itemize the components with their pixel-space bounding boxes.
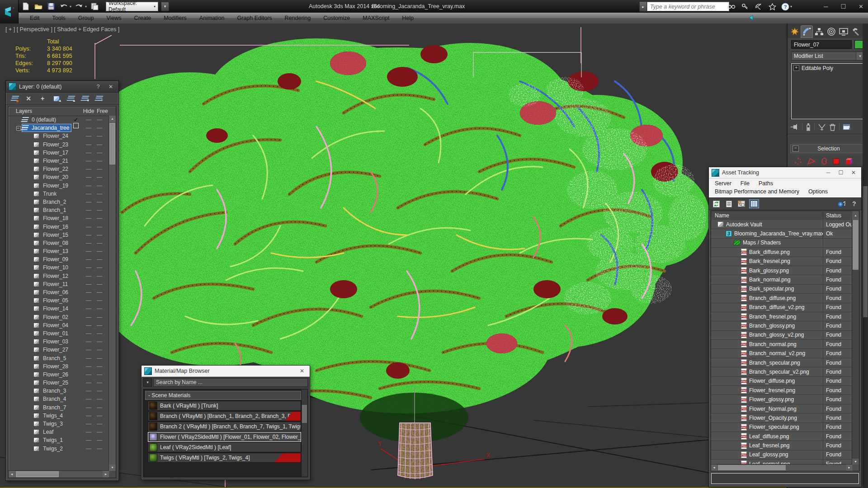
layer-row[interactable]: Flower_08 — — <box>9 239 109 247</box>
layer-row[interactable]: Jacaranda_tree — — <box>9 124 109 132</box>
asset-path-field[interactable] <box>711 473 859 484</box>
asset-row[interactable]: PNG3 Flower_diffuse.png Found <box>711 377 852 386</box>
asset-row[interactable]: PNG3 Branch_glossy_v2.png Found <box>711 331 852 340</box>
expand-toggle[interactable] <box>28 199 33 204</box>
asset-row[interactable]: PNG3 Bark_specular.png Found <box>711 285 852 294</box>
hide-toggle[interactable]: — <box>80 191 97 197</box>
hide-toggle[interactable]: — <box>80 256 97 263</box>
menu-item[interactable]: MAXScript <box>356 15 396 21</box>
hide-toggle[interactable]: — <box>80 166 97 172</box>
freeze-toggle[interactable]: — <box>97 273 109 279</box>
hide-toggle[interactable]: — <box>80 224 97 230</box>
asset-row[interactable]: PNG3 Autodesk Vault Logged Ou <box>711 220 852 229</box>
hide-toggle[interactable]: — <box>80 207 97 213</box>
freeze-toggle[interactable]: — <box>97 380 109 386</box>
tab-modify[interactable] <box>801 25 813 38</box>
expand-toggle[interactable] <box>28 356 33 361</box>
expand-toggle[interactable] <box>28 430 33 435</box>
close-icon[interactable]: ✕ <box>106 84 116 90</box>
asset-row[interactable]: PNG3 Maps / Shaders <box>711 239 852 248</box>
border-mode-icon[interactable] <box>820 157 828 166</box>
freeze-toggle[interactable]: — <box>97 437 109 443</box>
freeze-toggle[interactable]: — <box>97 289 109 296</box>
hide-toggle[interactable]: — <box>80 371 97 378</box>
expand-toggle[interactable] <box>28 208 33 213</box>
expand-toggle[interactable] <box>28 175 33 180</box>
asset-row[interactable]: PNG3 Branch_diffuse_v2.png Found <box>711 303 852 312</box>
remove-modifier-icon[interactable] <box>829 123 836 131</box>
freeze-toggle[interactable]: — <box>97 413 109 419</box>
layer-row[interactable]: Flower_03 — — <box>9 338 109 346</box>
freeze-toggle[interactable]: — <box>97 158 109 164</box>
column-layers[interactable]: Layers <box>9 108 80 114</box>
asset-row[interactable]: PNG3 Bark_glossy.png Found <box>711 266 852 275</box>
modifier-stack[interactable]: + Editable Poly <box>791 63 864 119</box>
hide-toggle[interactable]: — <box>80 305 97 312</box>
asset-row[interactable]: PNG3 Leaf_diffuse.png Found <box>711 432 852 441</box>
hide-toggle[interactable]: — <box>80 297 97 304</box>
menu-item[interactable]: Paths <box>755 179 777 188</box>
hide-toggle[interactable]: — <box>80 396 97 402</box>
expand-toggle[interactable] <box>28 339 33 344</box>
freeze-toggle[interactable]: — <box>97 404 109 411</box>
hide-toggle[interactable]: — <box>80 446 97 452</box>
layer-row[interactable]: Branch_2 — — <box>9 198 109 206</box>
column-freeze[interactable]: Free <box>97 108 109 114</box>
freeze-toggle[interactable]: — <box>97 224 109 230</box>
expand-toggle[interactable] <box>28 265 33 270</box>
hide-toggle[interactable]: — <box>80 281 97 287</box>
online-help-icon[interactable]: ? <box>837 200 846 208</box>
expand-toggle[interactable] <box>28 240 33 245</box>
maximize-button[interactable]: ☐ <box>840 3 846 10</box>
expand-toggle[interactable] <box>28 216 33 221</box>
new-scene-button[interactable] <box>21 1 31 11</box>
hide-toggle[interactable]: — <box>80 125 97 131</box>
undo-button[interactable] <box>59 1 69 11</box>
hierarchy-view-button[interactable] <box>737 200 746 208</box>
material-browser-titlebar[interactable]: Material/Map Browser ✕ <box>142 366 310 377</box>
layer-row[interactable]: Flower_02 — — <box>9 313 109 321</box>
tab-hierarchy[interactable] <box>813 25 825 38</box>
freeze-toggle[interactable]: — <box>97 166 109 172</box>
stack-item-editable-poly[interactable]: + Editable Poly <box>792 64 864 72</box>
menu-item[interactable]: Edit <box>24 15 46 21</box>
hide-toggle[interactable]: — <box>80 322 97 328</box>
hide-toggle[interactable]: — <box>80 264 97 271</box>
asset-row[interactable]: PNG3 Bark_diffuse.png Found <box>711 248 852 257</box>
layer-row[interactable]: Flower_13 — — <box>9 247 109 255</box>
make-unique-icon[interactable] <box>818 123 826 131</box>
freeze-toggle[interactable]: — <box>97 207 109 213</box>
freeze-toggle[interactable]: — <box>97 174 109 180</box>
asset-row[interactable]: PNG3 Bark_normal.png Found <box>711 275 852 284</box>
menu-item[interactable]: Create <box>128 15 158 21</box>
create-new-layer-button[interactable] <box>9 95 19 103</box>
layer-row[interactable]: Flower_15 — — <box>9 231 109 239</box>
hide-toggle[interactable]: — <box>80 330 97 337</box>
expand-toggle[interactable] <box>28 314 33 319</box>
menu-item[interactable]: Animation <box>193 15 231 21</box>
expand-toggle[interactable] <box>28 331 33 336</box>
search-go-button[interactable]: ▸ <box>639 1 647 12</box>
layer-row[interactable]: Branch_3 — — <box>9 387 109 395</box>
hide-toggle[interactable]: — <box>80 183 97 189</box>
expand-toggle[interactable] <box>28 413 33 418</box>
menu-item[interactable]: Options <box>804 188 832 196</box>
hide-toggle[interactable]: — <box>80 437 97 443</box>
freeze-toggle[interactable]: — <box>97 264 109 271</box>
delete-layer-button[interactable]: ✕ <box>24 95 33 103</box>
layer-horizontal-scrollbar[interactable]: ◂ ▸ <box>9 470 109 478</box>
layer-row[interactable]: Trunk — — <box>9 190 109 198</box>
asset-tracking-titlebar[interactable]: Asset Tracking ─ ☐ ✕ <box>709 167 861 178</box>
hide-toggle[interactable]: — <box>80 240 97 246</box>
freeze-toggle[interactable]: — <box>97 322 109 328</box>
expand-toggle[interactable] <box>28 273 33 278</box>
element-mode-icon[interactable] <box>844 157 854 166</box>
layer-row[interactable]: Branch_4 — — <box>9 395 109 403</box>
table-view-button[interactable] <box>750 200 759 208</box>
layer-row[interactable]: Twigs_1 — — <box>9 436 109 444</box>
expand-plus-icon[interactable]: + <box>793 65 799 71</box>
menu-item[interactable]: Server <box>711 179 736 188</box>
tab-display[interactable] <box>837 25 849 38</box>
vertex-mode-icon[interactable] <box>794 157 803 166</box>
asset-row[interactable]: PNG3 Flower_Normal.png Found <box>711 404 852 413</box>
